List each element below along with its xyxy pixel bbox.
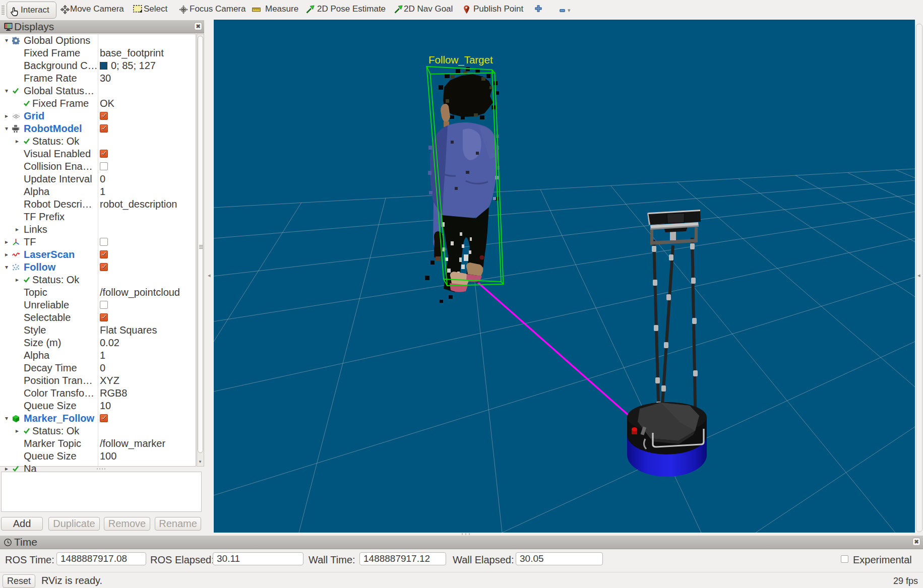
svg-text:Follow_Target: Follow_Target bbox=[428, 54, 493, 66]
